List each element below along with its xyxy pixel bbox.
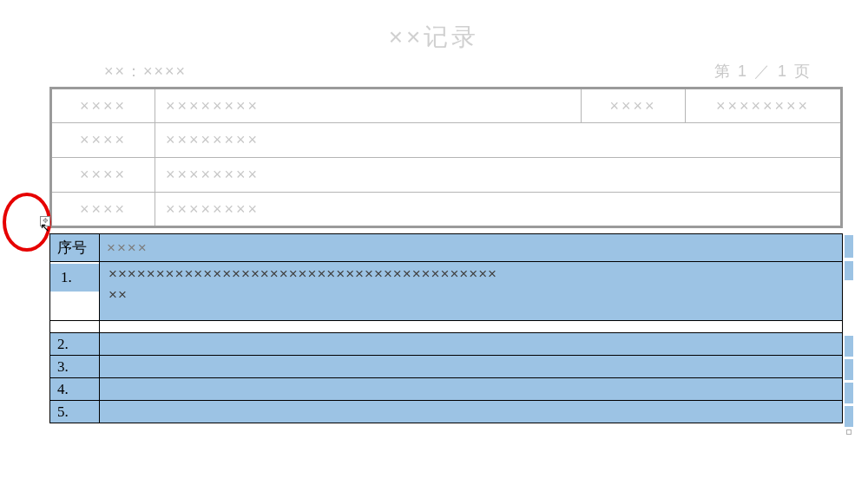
content-line-2: ×× xyxy=(108,286,833,304)
doc-subheader: ××：×××× 第 1 ／ 1 页 xyxy=(0,61,868,87)
cell[interactable]: ×××××××× xyxy=(155,88,582,123)
seq-cell[interactable]: 4. xyxy=(50,378,100,401)
cell[interactable]: ×××××××× xyxy=(155,158,842,193)
content-cell[interactable]: ××××××××××××××××××××××××××××××××××××××××… xyxy=(100,262,843,321)
content-cell[interactable] xyxy=(100,333,843,356)
cell[interactable]: ×××× xyxy=(51,88,155,123)
selection-tail xyxy=(845,406,853,427)
selection-tail xyxy=(845,235,853,258)
seq-blank xyxy=(57,290,92,318)
content-table[interactable]: 序号 ×××× 1. ×××××××××××××××××××××××××××××… xyxy=(49,233,843,423)
table-row[interactable]: 2. xyxy=(50,333,843,356)
table-row[interactable]: ×××× ×××××××× xyxy=(51,193,842,227)
content-cell[interactable] xyxy=(100,378,843,401)
col-header-seq[interactable]: 序号 xyxy=(50,234,100,262)
seq-cell[interactable]: 2. xyxy=(50,333,100,356)
seq-highlight: 1. xyxy=(50,264,99,292)
seq-cell[interactable]: 3. xyxy=(50,356,100,378)
cell[interactable]: ×××× xyxy=(51,158,155,193)
cell[interactable]: ×××××××× xyxy=(686,88,842,123)
seq-cell[interactable]: 5. xyxy=(50,401,100,423)
content-cell[interactable] xyxy=(100,401,843,423)
gap-row xyxy=(50,321,843,333)
col-header-content[interactable]: ×××× xyxy=(100,234,843,262)
cell[interactable]: ×××× xyxy=(51,193,155,227)
subheader-right: 第 1 ／ 1 页 xyxy=(714,61,812,82)
content-line-1: ××××××××××××××××××××××××××××××××××××××××… xyxy=(108,265,833,283)
doc-title: ××记录 xyxy=(0,0,868,61)
table-row[interactable]: 序号 ×××× xyxy=(50,234,843,262)
table-row[interactable]: 1. ×××××××××××××××××××××××××××××××××××××… xyxy=(50,262,843,321)
table-row[interactable]: ×××× ×××××××× ×××× ×××××××× xyxy=(51,88,842,123)
table-row[interactable]: ×××× ×××××××× xyxy=(51,123,842,158)
table-row[interactable]: 3. xyxy=(50,356,843,378)
table-resize-handle[interactable] xyxy=(846,429,852,435)
selection-tail xyxy=(845,359,853,380)
content-table-wrap: 序号 ×××× 1. ×××××××××××××××××××××××××××××… xyxy=(49,233,853,423)
subheader-left: ××：×××× xyxy=(104,61,187,82)
header-table[interactable]: ×××× ×××××××× ×××× ×××××××× ×××× ×××××××… xyxy=(49,87,843,228)
selection-tail xyxy=(845,336,853,357)
table-row[interactable]: 4. xyxy=(50,378,843,401)
cell[interactable]: ×××××××× xyxy=(155,193,842,227)
cell[interactable]: ×××××××× xyxy=(155,123,842,158)
selection-tail xyxy=(845,383,853,403)
cursor-icon: ↖ xyxy=(40,220,50,234)
table-row[interactable]: 5. xyxy=(50,401,843,423)
content-cell[interactable] xyxy=(100,356,843,378)
selection-tail xyxy=(845,261,853,280)
seq-cell[interactable]: 1. xyxy=(50,262,100,321)
table-row[interactable]: ×××× ×××××××× xyxy=(51,158,842,193)
cell[interactable]: ×××× xyxy=(582,88,686,123)
cell[interactable]: ×××× xyxy=(51,123,155,158)
